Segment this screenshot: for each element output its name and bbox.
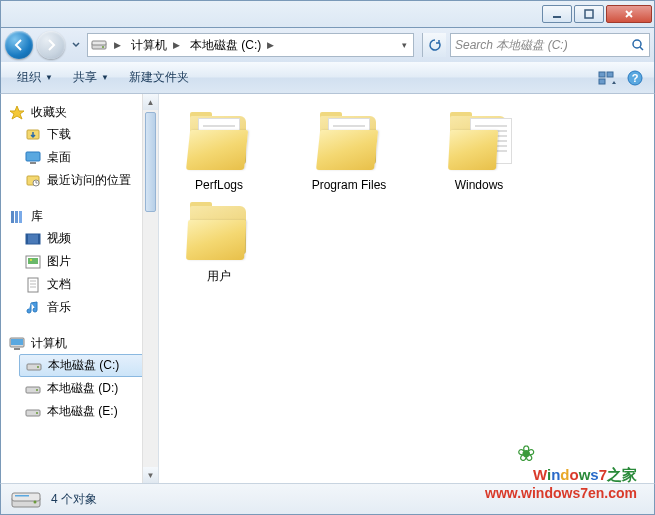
desktop-icon <box>25 150 41 166</box>
status-bar: 4 个对象 <box>0 483 655 515</box>
forward-button[interactable] <box>37 31 65 59</box>
address-bar[interactable]: ▶ 计算机 ▶ 本地磁盘 (C:) ▶ ▾ <box>87 33 414 57</box>
folder-label: 用户 <box>207 268 231 285</box>
search-placeholder: Search 本地磁盘 (C:) <box>455 37 568 54</box>
folder-icon <box>314 112 384 172</box>
svg-rect-21 <box>38 234 40 244</box>
svg-point-5 <box>633 40 641 48</box>
chevron-right-icon[interactable]: ▶ <box>169 40 184 50</box>
documents-icon <box>25 277 41 293</box>
sidebar-item-music[interactable]: 音乐 <box>1 296 158 319</box>
chevron-right-icon[interactable]: ▶ <box>110 40 125 50</box>
refresh-button[interactable] <box>422 33 446 57</box>
svg-rect-0 <box>553 16 561 18</box>
svg-rect-20 <box>26 234 28 244</box>
organize-menu[interactable]: 组织▼ <box>7 65 63 90</box>
close-button[interactable] <box>606 5 652 23</box>
star-icon <box>9 105 25 121</box>
nav-bar: ▶ 计算机 ▶ 本地磁盘 (C:) ▶ ▾ Search 本地磁盘 (C:) <box>0 28 655 62</box>
svg-rect-1 <box>585 10 593 18</box>
nav-history-dropdown[interactable] <box>69 41 83 49</box>
scroll-thumb[interactable] <box>145 112 156 212</box>
folder-label: PerfLogs <box>195 178 243 192</box>
breadcrumb-computer[interactable]: 计算机 <box>125 34 169 56</box>
svg-rect-23 <box>28 258 38 264</box>
sidebar-item-pictures[interactable]: 图片 <box>1 250 158 273</box>
search-input[interactable]: Search 本地磁盘 (C:) <box>450 33 650 57</box>
videos-icon <box>25 231 41 247</box>
maximize-button[interactable] <box>574 5 604 23</box>
svg-point-32 <box>36 389 38 391</box>
svg-rect-27 <box>11 339 23 345</box>
folder-users[interactable]: 用户 <box>169 202 269 285</box>
scroll-down-button[interactable]: ▼ <box>143 467 158 483</box>
svg-rect-36 <box>12 493 40 501</box>
minimize-button[interactable] <box>542 5 572 23</box>
titlebar <box>0 0 655 28</box>
svg-rect-38 <box>15 495 29 497</box>
share-menu[interactable]: 共享▼ <box>63 65 119 90</box>
new-folder-button[interactable]: 新建文件夹 <box>119 65 199 90</box>
folder-content[interactable]: PerfLogs Program Files Windows 用户 <box>159 94 654 483</box>
sidebar-item-downloads[interactable]: 下载 <box>1 123 158 146</box>
sidebar-item-videos[interactable]: 视频 <box>1 227 158 250</box>
libraries-icon <box>9 209 25 225</box>
svg-rect-16 <box>11 211 14 223</box>
scroll-up-button[interactable]: ▲ <box>143 94 158 110</box>
svg-rect-3 <box>92 41 106 45</box>
sidebar-item-drive-c[interactable]: 本地磁盘 (C:) <box>19 354 156 377</box>
downloads-icon <box>25 127 41 143</box>
svg-point-4 <box>102 46 104 48</box>
sidebar-item-drive-d[interactable]: 本地磁盘 (D:) <box>1 377 158 400</box>
svg-rect-17 <box>15 211 18 223</box>
drive-icon <box>88 37 110 53</box>
recent-icon <box>25 173 41 189</box>
folder-label: Program Files <box>312 178 387 192</box>
drive-icon <box>11 487 41 511</box>
folder-icon <box>184 202 254 262</box>
svg-rect-25 <box>28 278 38 292</box>
toolbar: 组织▼ 共享▼ 新建文件夹 ? <box>0 62 655 94</box>
sidebar-item-recent[interactable]: 最近访问的位置 <box>1 169 158 192</box>
svg-point-37 <box>34 501 37 504</box>
svg-rect-6 <box>599 72 605 77</box>
chevron-right-icon[interactable]: ▶ <box>263 40 278 50</box>
folder-icon <box>184 112 254 172</box>
folder-label: Windows <box>455 178 504 192</box>
svg-rect-13 <box>30 162 36 164</box>
svg-rect-18 <box>19 211 22 223</box>
svg-point-24 <box>30 259 32 261</box>
folder-windows[interactable]: Windows <box>429 112 529 192</box>
sidebar-item-documents[interactable]: 文档 <box>1 273 158 296</box>
address-dropdown[interactable]: ▾ <box>396 40 413 50</box>
breadcrumb-drive-c[interactable]: 本地磁盘 (C:) <box>184 34 263 56</box>
sidebar: 收藏夹 下载 桌面 最近访问的位置 库 视频 图片 文档 音乐 计算机 本地磁盘… <box>1 94 159 483</box>
svg-rect-8 <box>599 79 605 84</box>
sidebar-scrollbar[interactable]: ▲ ▼ <box>142 94 158 483</box>
sidebar-favorites-header[interactable]: 收藏夹 <box>1 102 158 123</box>
svg-rect-7 <box>607 72 613 77</box>
svg-text:?: ? <box>632 72 639 84</box>
svg-rect-19 <box>26 234 40 244</box>
sidebar-item-drive-e[interactable]: 本地磁盘 (E:) <box>1 400 158 423</box>
music-icon <box>25 300 41 316</box>
drive-icon <box>25 404 41 420</box>
status-count: 4 个对象 <box>51 491 97 508</box>
watermark-leaf-icon: ❀ <box>517 441 535 467</box>
svg-rect-12 <box>26 152 40 161</box>
back-button[interactable] <box>5 31 33 59</box>
pictures-icon <box>25 254 41 270</box>
view-options-button[interactable] <box>594 66 620 90</box>
svg-rect-28 <box>14 348 20 350</box>
folder-program-files[interactable]: Program Files <box>299 112 399 192</box>
svg-point-30 <box>37 366 39 368</box>
folder-perflogs[interactable]: PerfLogs <box>169 112 269 192</box>
sidebar-item-desktop[interactable]: 桌面 <box>1 146 158 169</box>
search-icon <box>631 38 645 52</box>
help-button[interactable]: ? <box>622 66 648 90</box>
sidebar-libraries-header[interactable]: 库 <box>1 206 158 227</box>
sidebar-computer-header[interactable]: 计算机 <box>1 333 158 354</box>
drive-icon <box>25 381 41 397</box>
computer-icon <box>9 336 25 352</box>
main-area: 收藏夹 下载 桌面 最近访问的位置 库 视频 图片 文档 音乐 计算机 本地磁盘… <box>0 94 655 483</box>
